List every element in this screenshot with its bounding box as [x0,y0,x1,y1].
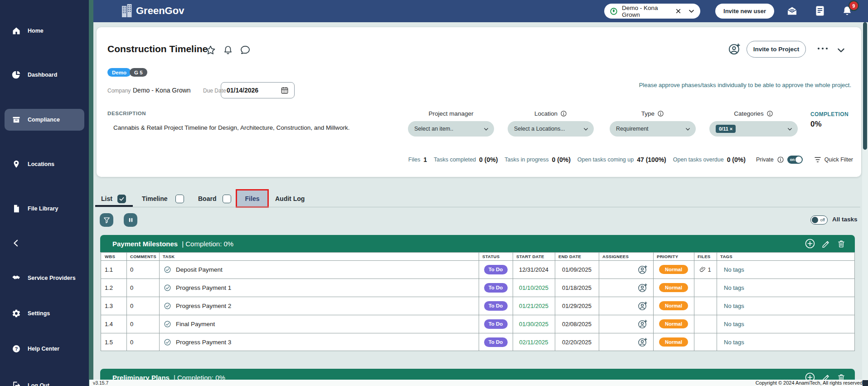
info-icon[interactable] [766,110,773,117]
sidebar-item-dashboard[interactable]: Dashboard [0,64,89,86]
task-check-circle-icon[interactable] [164,266,171,274]
scrollbar-thumb[interactable] [863,22,867,150]
sidebar-item-file-library[interactable]: File Library [0,198,89,220]
chevron-down-icon[interactable] [688,8,695,15]
priority-badge[interactable]: Normal [659,301,688,310]
categories-selected-tag[interactable]: 0/11 × [716,125,736,133]
sidebar-item-settings[interactable]: Settings [0,303,89,324]
filter-button[interactable] [100,213,113,227]
status-badge[interactable]: To Do [484,337,508,347]
end-date-cell[interactable]: 02/20/2025 [555,333,599,351]
tags-cell[interactable]: No tags [724,315,744,333]
files-cell[interactable] [694,333,717,351]
info-icon[interactable] [657,110,664,117]
location-select[interactable]: Select a Locations... [508,121,594,137]
comments-bubble-icon[interactable] [240,45,251,55]
end-date-cell[interactable]: 01/09/2025 [555,260,599,279]
subscribe-bell-icon[interactable] [223,45,233,55]
task-check-circle-icon[interactable] [164,284,171,292]
assignee-add-icon[interactable] [637,283,648,293]
table-row[interactable]: 1.5 0 Progress Payment 3 To Do 02/11/202… [101,333,854,351]
invite-person-add-icon[interactable] [728,43,741,55]
edit-pencil-icon[interactable] [821,239,831,249]
sidebar-item-home[interactable]: Home [0,20,89,42]
tags-cell[interactable]: No tags [724,260,744,279]
table-row[interactable]: 1.4 0 Final Payment To Do 01/30/2025 02/… [101,315,854,333]
type-select[interactable]: Requirement [610,121,696,137]
info-icon[interactable] [777,156,784,163]
sidebar-collapse[interactable] [0,233,89,253]
columns-button[interactable] [124,213,137,227]
tab-files-highlighted[interactable]: Files [236,189,269,208]
more-options-icon[interactable] [817,47,829,50]
tab-audit-log[interactable]: Audit Log [275,195,305,202]
private-toggle[interactable]: on [787,156,803,164]
end-date-cell[interactable]: 02/08/2025 [555,315,599,333]
start-date-cell[interactable]: 01/30/2025 [513,315,555,333]
delete-trash-icon[interactable] [837,239,846,249]
status-badge[interactable]: To Do [484,301,508,311]
tab-list-checkbox[interactable] [117,195,126,203]
files-cell[interactable] [694,315,717,333]
quick-filter-button[interactable]: Quick Filter [814,156,853,163]
priority-badge[interactable]: Normal [659,337,688,347]
sidebar-item-service-providers[interactable]: Service Providers [0,267,89,289]
green-leaf-icon [610,7,618,15]
start-date-cell[interactable]: 02/11/2025 [513,333,555,351]
tab-timeline[interactable]: Timeline [142,195,168,202]
task-check-circle-icon[interactable] [164,302,171,310]
status-badge[interactable]: To Do [484,319,508,329]
company-selector[interactable]: Demo - Kona Grown [604,4,700,19]
status-badge[interactable]: To Do [484,265,508,274]
assignee-add-icon[interactable] [637,319,648,329]
sidebar-item-compliance[interactable]: Compliance [5,109,84,131]
sidebar-item-locations[interactable]: Locations [0,153,89,175]
categories-select[interactable]: 0/11 × [709,121,798,137]
tags-cell[interactable]: No tags [724,279,744,297]
tab-board-checkbox[interactable] [223,195,231,203]
start-date-cell[interactable]: 01/21/2025 [513,297,555,315]
assignee-add-icon[interactable] [637,264,648,275]
files-cell[interactable]: 1 [694,260,717,279]
sidebar-item-help-center[interactable]: ? Help Center [0,338,89,360]
tab-list[interactable]: List [101,195,112,202]
all-tasks-toggle[interactable]: off [810,215,828,225]
task-check-circle-icon[interactable] [164,320,171,328]
table-row[interactable]: 1.3 0 Progress Payment 2 To Do 01/21/202… [101,297,854,315]
files-cell[interactable] [694,279,717,297]
invite-to-project-button[interactable]: Invite to Project [747,41,806,58]
tags-cell[interactable]: No tags [724,297,744,315]
mail-icon[interactable] [786,5,798,16]
end-date-cell[interactable]: 01/29/2025 [555,297,599,315]
project-manager-select[interactable]: Select an item.. [408,121,494,137]
priority-badge[interactable]: Normal [659,283,688,292]
compliance-inbox-icon [12,115,21,124]
due-date-input[interactable]: 01/14/2026 [221,82,295,98]
info-icon[interactable] [560,110,567,117]
calendar-icon[interactable] [281,86,289,94]
star-favorite-icon[interactable] [205,45,216,55]
priority-badge[interactable]: Normal [659,319,688,328]
table-row[interactable]: 1.1 0 Deposit Payment To Do 12/31/2024 0… [101,260,854,279]
tab-timeline-checkbox[interactable] [175,195,184,203]
tags-cell[interactable]: No tags [724,333,744,351]
collapse-card-chevron-icon[interactable] [836,45,846,55]
end-date-cell[interactable]: 01/18/2025 [555,279,599,297]
close-icon[interactable] [675,8,681,14]
invite-new-user-button[interactable]: Invite new user [715,4,774,19]
wbs-cell: 1.1 [105,260,113,279]
sidebar-item-log-out[interactable]: Log Out [0,375,89,386]
priority-badge[interactable]: Normal [659,265,688,274]
start-date-cell[interactable]: 12/31/2024 [513,260,555,279]
task-check-circle-icon[interactable] [164,338,171,346]
assignee-add-icon[interactable] [637,301,648,311]
notification-count-badge[interactable]: 9 [849,0,859,11]
table-row[interactable]: 1.2 0 Progress Payment 1 To Do 01/10/202… [101,279,854,297]
start-date-cell[interactable]: 01/10/2025 [513,279,555,297]
tab-board[interactable]: Board [198,195,216,202]
status-badge[interactable]: To Do [484,283,508,293]
add-task-icon[interactable] [805,238,815,249]
files-cell[interactable] [694,297,717,315]
assignee-add-icon[interactable] [637,337,648,347]
document-icon[interactable] [815,5,824,16]
